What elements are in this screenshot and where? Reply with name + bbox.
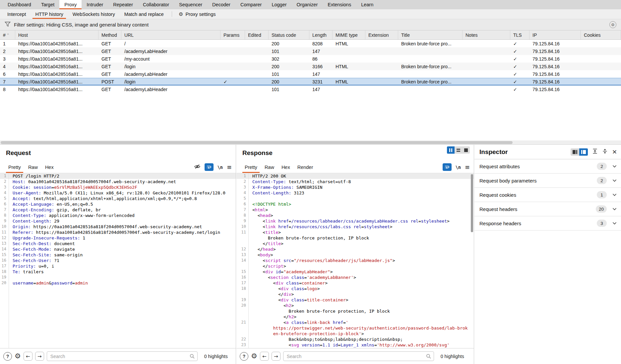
table-row[interactable]: 1https://0aa1001a0428516a81...GET/200820… xyxy=(0,40,621,47)
editor-line[interactable]: 3X-Frame-Options: SAMEORIGIN xyxy=(236,184,474,190)
filter-bar[interactable]: Filter settings: Hiding CSS, image and g… xyxy=(0,19,621,30)
editor-line[interactable]: 15 <div id="academyLabHeader"> xyxy=(236,269,474,275)
subtab-intercept[interactable]: Intercept xyxy=(3,9,31,19)
editor-line[interactable]: 23 <svg version=1.1 id=Layer_1 xmlns='ht… xyxy=(236,342,474,348)
layout-single-button[interactable] xyxy=(462,146,470,154)
horizontal-scrollbar[interactable] xyxy=(0,140,621,145)
editor-line[interactable]: 13Sec-Fetch-Dest: document xyxy=(0,241,236,246)
column-header-length[interactable]: Length xyxy=(309,30,333,39)
editor-line[interactable]: 18 <div class=logo> xyxy=(236,286,474,291)
editor-line[interactable]: 16Sec-Fetch-User: ?1 xyxy=(0,258,236,263)
editor-line[interactable]: Broken brute-force protection, IP block xyxy=(236,235,474,241)
editor-line[interactable]: 7<html> xyxy=(236,207,474,213)
editor-line[interactable]: 12Upgrade-Insecure-Requests: 1 xyxy=(0,235,236,241)
editor-line[interactable]: 18Te: trailers xyxy=(0,269,236,275)
response-search-settings-icon[interactable]: ⚙ xyxy=(251,353,257,360)
editor-line[interactable]: 17 <div class=container> xyxy=(236,280,474,286)
menu-item-decoder[interactable]: Decoder xyxy=(207,0,235,9)
editor-line[interactable]: 6Accept-Language: en-US,en;q=0.5 xyxy=(0,201,236,207)
dock-right-button[interactable] xyxy=(579,148,588,156)
request-editor-menu-icon[interactable]: ≡ xyxy=(227,164,232,171)
close-icon[interactable]: ✕ xyxy=(612,149,617,155)
show-newlines-icon[interactable]: \n xyxy=(456,165,461,170)
editor-line[interactable]: 4User-Agent: Mozilla/5.0 (X11; Linux x86… xyxy=(0,190,236,196)
column-header-ip[interactable]: IP xyxy=(529,30,581,39)
inspector-section-response-headers[interactable]: Response headers3 xyxy=(474,216,621,231)
menu-item-proxy[interactable]: Proxy xyxy=(59,0,82,9)
editor-line[interactable]: 11 <title> xyxy=(236,230,474,235)
subtab-http-history[interactable]: HTTP history xyxy=(31,9,68,19)
menu-item-collaborator[interactable]: Collaborator xyxy=(138,0,174,9)
response-tab-hex[interactable]: Hex xyxy=(278,161,294,173)
menu-item-dashboard[interactable]: Dashboard xyxy=(3,0,36,9)
menu-item-comparer[interactable]: Comparer xyxy=(235,0,267,9)
hide-nonprintable-icon[interactable] xyxy=(194,164,201,171)
request-search-prev-button[interactable]: ← xyxy=(24,352,32,361)
response-vertical-scrollbar[interactable] xyxy=(471,174,473,232)
editor-line[interactable]: 11Referer: https://0aa1001a0428516a818f2… xyxy=(0,230,236,235)
menu-item-target[interactable]: Target xyxy=(36,0,59,9)
response-tab-render[interactable]: Render xyxy=(294,161,317,173)
response-editor-menu-icon[interactable]: ≡ xyxy=(465,164,470,171)
editor-line[interactable]: 6<!DOCTYPE html> xyxy=(236,201,474,207)
editor-line[interactable]: </div> xyxy=(236,291,474,297)
editor-line[interactable]: 2Content-Type: text/html; charset=utf-8 xyxy=(236,179,474,184)
subtab-match-and-replace[interactable]: Match and replace xyxy=(120,9,168,19)
table-row[interactable]: 4https://0aa1001a0428516a81...GET/login2… xyxy=(0,63,621,70)
show-newlines-icon[interactable]: \n xyxy=(217,165,223,170)
word-wrap-toggle-icon[interactable] xyxy=(205,163,214,171)
dock-left-button[interactable] xyxy=(571,148,579,156)
subtab-proxy-settings[interactable]: ⚙Proxy settings xyxy=(175,9,219,19)
editor-line[interactable]: 8Content-Type: application/x-www-form-ur… xyxy=(0,213,236,218)
editor-line[interactable]: 8 <head> xyxy=(236,213,474,218)
inspector-section-request-cookies[interactable]: Request cookies1 xyxy=(474,188,621,202)
editor-line[interactable]: </h2> xyxy=(236,314,474,320)
column-header-cookies[interactable]: Cookies xyxy=(581,30,621,39)
column-header--[interactable]: #^ xyxy=(0,30,15,39)
column-header-extension[interactable]: Extension xyxy=(365,30,398,39)
editor-line[interactable]: 21 <a class=link-back href=' xyxy=(236,320,474,325)
request-search-help-icon[interactable]: ? xyxy=(3,352,12,361)
editor-line[interactable]: 10 <link href=/resources/css/labs.css re… xyxy=(236,224,474,230)
request-search-settings-icon[interactable]: ⚙ xyxy=(15,353,21,360)
editor-line[interactable]: https://portswigger.net/web-security/aut… xyxy=(236,325,474,331)
editor-line[interactable]: 10Origin: https://0aa1001a0428516a818f20… xyxy=(0,224,236,230)
editor-line[interactable]: en-bruteforce-protection-ip-block'> xyxy=(236,331,474,337)
response-search-input[interactable] xyxy=(283,351,434,361)
response-tab-raw[interactable]: Raw xyxy=(261,161,278,173)
column-header-mime-type[interactable]: MIME type xyxy=(333,30,365,39)
column-header-url[interactable]: URL xyxy=(121,30,220,39)
filter-settings-icon[interactable]: ⚙ xyxy=(609,21,616,28)
subtab-websockets-history[interactable]: WebSockets history xyxy=(68,9,120,19)
column-header-edited[interactable]: Edited xyxy=(245,30,269,39)
menu-item-learn[interactable]: Learn xyxy=(356,0,378,9)
column-header-host[interactable]: Host xyxy=(15,30,98,39)
editor-line[interactable]: 9 <link href=/resources/labheader/css/ac… xyxy=(236,218,474,224)
inspector-section-request-body-parameters[interactable]: Request body parameters2 xyxy=(474,174,621,188)
table-row[interactable]: 8https://0aa1001a0428516a81...GET/academ… xyxy=(0,85,621,93)
editor-line[interactable]: </title> xyxy=(236,241,474,246)
column-header-status-code[interactable]: Status code xyxy=(269,30,309,39)
request-tab-raw[interactable]: Raw xyxy=(25,161,41,173)
editor-line[interactable]: 22 Back&nbsp;to&nbsp;lab&nbsp;descriptio… xyxy=(236,337,474,342)
editor-line[interactable]: 4Content-Length: 3123 xyxy=(236,190,474,196)
editor-line[interactable]: 19 <div class=title-container> xyxy=(236,297,474,303)
column-header-title[interactable]: Title xyxy=(398,30,463,39)
editor-line[interactable]: 5 xyxy=(236,196,474,201)
menu-item-extensions[interactable]: Extensions xyxy=(323,0,356,9)
menu-item-sequencer[interactable]: Sequencer xyxy=(174,0,207,9)
editor-line[interactable]: 15Sec-Fetch-Site: same-origin xyxy=(0,252,236,258)
request-editor[interactable]: 1POST /login HTTP/22Host: 0aa1001a042851… xyxy=(0,173,236,348)
response-search-next-button[interactable]: → xyxy=(272,352,280,361)
editor-line[interactable]: 20 <h2> xyxy=(236,303,474,308)
word-wrap-toggle-icon[interactable] xyxy=(443,163,452,171)
request-search-input[interactable] xyxy=(47,351,198,361)
editor-line[interactable]: 20username=admin&password=admin xyxy=(0,280,236,286)
editor-line[interactable]: 14Sec-Fetch-Mode: navigate xyxy=(0,246,236,252)
layout-columns-button[interactable] xyxy=(447,146,455,154)
table-row[interactable]: 2https://0aa1001a0428516a81...GET/academ… xyxy=(0,47,621,55)
menu-item-organizer[interactable]: Organizer xyxy=(292,0,323,9)
menu-item-repeater[interactable]: Repeater xyxy=(108,0,138,9)
editor-line[interactable]: 19 xyxy=(0,275,236,280)
menu-item-logger[interactable]: Logger xyxy=(267,0,291,9)
